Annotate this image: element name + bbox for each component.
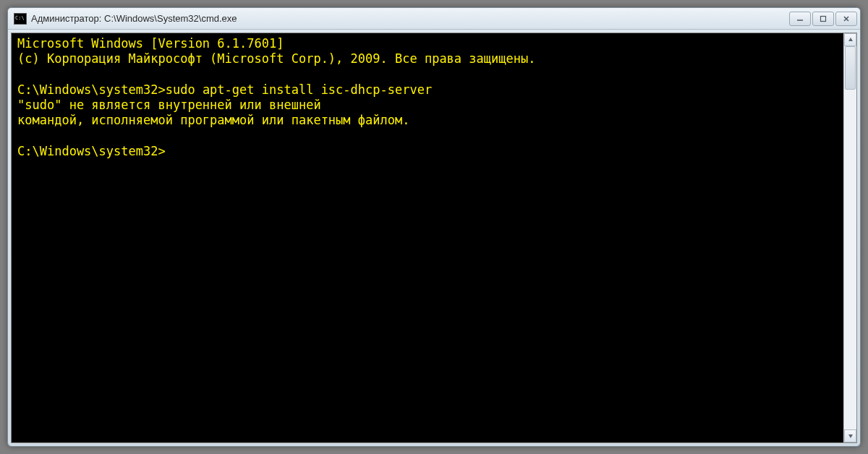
svg-marker-5 [848, 434, 853, 438]
window-controls [789, 12, 857, 26]
minimize-button[interactable] [789, 12, 811, 26]
svg-marker-4 [848, 38, 853, 41]
titlebar[interactable]: Администратор: C:\Windows\System32\cmd.e… [8, 8, 860, 30]
banner-line: Microsoft Windows [Version 6.1.7601] [17, 36, 284, 51]
error-output: командой, исполняемой программой или пак… [17, 113, 409, 127]
scrollbar-track[interactable] [844, 46, 856, 429]
error-output: "sudo" не является внутренней или внешне… [17, 98, 321, 112]
window-title: Администратор: C:\Windows\System32\cmd.e… [31, 13, 789, 24]
command-input: sudo apt-get install isc-dhcp-server [166, 82, 432, 97]
prompt: C:\Windows\system32> [17, 82, 166, 97]
vertical-scrollbar[interactable] [843, 33, 856, 442]
prompt: C:\Windows\system32> [17, 144, 166, 158]
maximize-button[interactable] [812, 12, 834, 26]
cmd-window: Администратор: C:\Windows\System32\cmd.e… [7, 7, 861, 447]
cmd-icon [14, 13, 27, 25]
scroll-up-button[interactable] [844, 33, 856, 46]
scrollbar-thumb[interactable] [845, 46, 856, 90]
svg-rect-1 [821, 16, 826, 21]
client-area: Microsoft Windows [Version 6.1.7601] (c)… [11, 33, 857, 443]
banner-line: (c) Корпорация Майкрософт (Microsoft Cor… [17, 51, 535, 66]
terminal[interactable]: Microsoft Windows [Version 6.1.7601] (c)… [12, 33, 843, 442]
scroll-down-button[interactable] [844, 429, 856, 442]
close-button[interactable] [835, 12, 857, 26]
